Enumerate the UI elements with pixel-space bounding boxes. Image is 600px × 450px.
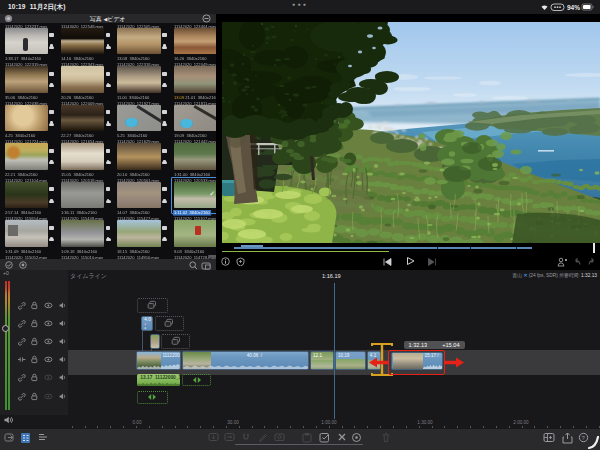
svg-text:94%: 94% — [567, 4, 580, 11]
svg-text:?: ? — [582, 435, 586, 441]
